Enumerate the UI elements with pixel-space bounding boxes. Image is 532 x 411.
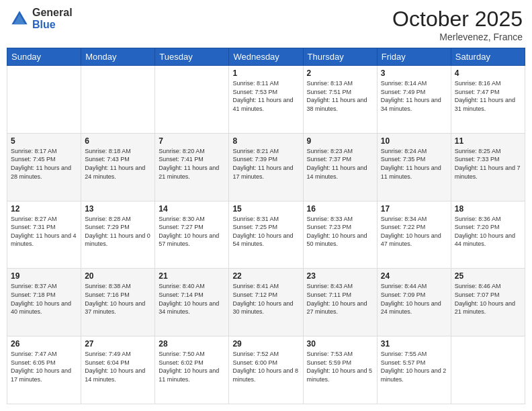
calendar-week-2: 5Sunrise: 8:17 AMSunset: 7:45 PMDaylight… bbox=[7, 133, 525, 201]
cell-info: Sunrise: 8:20 AMSunset: 7:41 PMDaylight:… bbox=[159, 148, 219, 180]
cell-info: Sunrise: 8:23 AMSunset: 7:37 PMDaylight:… bbox=[307, 148, 367, 180]
cell-date: 5 bbox=[11, 136, 77, 146]
cell-info: Sunrise: 8:14 AMSunset: 7:49 PMDaylight:… bbox=[381, 80, 441, 112]
cell-date: 19 bbox=[11, 271, 77, 281]
cell-date: 1 bbox=[232, 68, 299, 78]
cell-date: 30 bbox=[307, 339, 373, 349]
calendar-cell: 10Sunrise: 8:24 AMSunset: 7:35 PMDayligh… bbox=[377, 133, 451, 201]
calendar-cell bbox=[7, 66, 81, 134]
cell-date: 31 bbox=[381, 339, 447, 349]
logo-icon bbox=[9, 9, 30, 29]
calendar-cell: 3Sunrise: 8:14 AMSunset: 7:49 PMDaylight… bbox=[377, 66, 451, 134]
cell-date: 23 bbox=[307, 271, 373, 281]
day-header-tuesday: Tuesday bbox=[155, 48, 229, 66]
cell-date: 18 bbox=[455, 204, 521, 214]
cell-date: 26 bbox=[11, 339, 77, 349]
cell-date: 25 bbox=[455, 271, 521, 281]
cell-date: 14 bbox=[159, 204, 225, 214]
calendar-cell: 25Sunrise: 8:46 AMSunset: 7:07 PMDayligh… bbox=[451, 269, 525, 336]
cell-info: Sunrise: 8:18 AMSunset: 7:43 PMDaylight:… bbox=[85, 148, 145, 180]
cell-date: 27 bbox=[85, 339, 151, 349]
calendar-cell: 8Sunrise: 8:21 AMSunset: 7:39 PMDaylight… bbox=[229, 133, 303, 201]
cell-date: 29 bbox=[232, 339, 299, 349]
day-header-monday: Monday bbox=[81, 48, 155, 66]
cell-date: 4 bbox=[455, 68, 521, 78]
day-header-thursday: Thursday bbox=[303, 48, 377, 66]
calendar-cell bbox=[155, 66, 229, 134]
cell-date: 12 bbox=[11, 204, 77, 214]
calendar-cell: 4Sunrise: 8:16 AMSunset: 7:47 PMDaylight… bbox=[451, 66, 525, 134]
cell-info: Sunrise: 7:47 AMSunset: 6:05 PMDaylight:… bbox=[11, 351, 71, 383]
calendar-cell: 18Sunrise: 8:36 AMSunset: 7:20 PMDayligh… bbox=[451, 201, 525, 269]
cell-info: Sunrise: 8:25 AMSunset: 7:33 PMDaylight:… bbox=[455, 148, 521, 180]
calendar-cell: 7Sunrise: 8:20 AMSunset: 7:41 PMDaylight… bbox=[155, 133, 229, 201]
cell-info: Sunrise: 7:53 AMSunset: 5:59 PMDaylight:… bbox=[307, 351, 373, 383]
cell-info: Sunrise: 8:43 AMSunset: 7:11 PMDaylight:… bbox=[307, 283, 367, 315]
calendar-cell: 29Sunrise: 7:52 AMSunset: 6:00 PMDayligh… bbox=[229, 336, 303, 404]
header: General Blue October 2025 Merlevenez, Fr… bbox=[7, 7, 525, 42]
calendar-cell: 6Sunrise: 8:18 AMSunset: 7:43 PMDaylight… bbox=[81, 133, 155, 201]
calendar-cell: 17Sunrise: 8:34 AMSunset: 7:22 PMDayligh… bbox=[377, 201, 451, 269]
calendar-cell: 21Sunrise: 8:40 AMSunset: 7:14 PMDayligh… bbox=[155, 269, 229, 336]
calendar-week-1: 1Sunrise: 8:11 AMSunset: 7:53 PMDaylight… bbox=[7, 66, 525, 134]
cell-date: 13 bbox=[85, 204, 151, 214]
cell-date: 2 bbox=[307, 68, 373, 78]
calendar-cell: 19Sunrise: 8:37 AMSunset: 7:18 PMDayligh… bbox=[7, 269, 81, 336]
calendar-cell: 22Sunrise: 8:41 AMSunset: 7:12 PMDayligh… bbox=[229, 269, 303, 336]
cell-date: 21 bbox=[159, 271, 225, 281]
logo-text: General Blue bbox=[32, 7, 73, 30]
calendar-table: SundayMondayTuesdayWednesdayThursdayFrid… bbox=[7, 48, 525, 404]
cell-info: Sunrise: 8:36 AMSunset: 7:20 PMDaylight:… bbox=[455, 216, 515, 248]
page: General Blue October 2025 Merlevenez, Fr… bbox=[0, 0, 532, 411]
cell-date: 15 bbox=[232, 204, 299, 214]
cell-info: Sunrise: 8:13 AMSunset: 7:51 PMDaylight:… bbox=[307, 80, 367, 112]
cell-date: 17 bbox=[381, 204, 447, 214]
month-title: October 2025 bbox=[392, 7, 523, 32]
day-header-saturday: Saturday bbox=[451, 48, 525, 66]
calendar-cell: 24Sunrise: 8:44 AMSunset: 7:09 PMDayligh… bbox=[377, 269, 451, 336]
calendar-week-4: 19Sunrise: 8:37 AMSunset: 7:18 PMDayligh… bbox=[7, 269, 525, 336]
calendar-cell bbox=[451, 336, 525, 404]
calendar-cell: 2Sunrise: 8:13 AMSunset: 7:51 PMDaylight… bbox=[303, 66, 377, 134]
cell-info: Sunrise: 7:50 AMSunset: 6:02 PMDaylight:… bbox=[159, 351, 219, 383]
cell-date: 22 bbox=[232, 271, 299, 281]
cell-date: 7 bbox=[159, 136, 225, 146]
cell-date: 6 bbox=[85, 136, 151, 146]
logo-blue-text: Blue bbox=[32, 19, 73, 31]
calendar-cell: 16Sunrise: 8:33 AMSunset: 7:23 PMDayligh… bbox=[303, 201, 377, 269]
calendar-cell: 27Sunrise: 7:49 AMSunset: 6:04 PMDayligh… bbox=[81, 336, 155, 404]
calendar-cell: 14Sunrise: 8:30 AMSunset: 7:27 PMDayligh… bbox=[155, 201, 229, 269]
cell-date: 20 bbox=[85, 271, 151, 281]
cell-info: Sunrise: 8:17 AMSunset: 7:45 PMDaylight:… bbox=[11, 148, 71, 180]
day-header-wednesday: Wednesday bbox=[229, 48, 303, 66]
location: Merlevenez, France bbox=[392, 32, 523, 42]
day-header-friday: Friday bbox=[377, 48, 451, 66]
calendar-cell: 30Sunrise: 7:53 AMSunset: 5:59 PMDayligh… bbox=[303, 336, 377, 404]
cell-info: Sunrise: 8:33 AMSunset: 7:23 PMDaylight:… bbox=[307, 216, 367, 248]
calendar-cell: 26Sunrise: 7:47 AMSunset: 6:05 PMDayligh… bbox=[7, 336, 81, 404]
cell-info: Sunrise: 8:44 AMSunset: 7:09 PMDaylight:… bbox=[381, 283, 441, 315]
cell-info: Sunrise: 8:28 AMSunset: 7:29 PMDaylight:… bbox=[85, 216, 150, 248]
cell-date: 16 bbox=[307, 204, 373, 214]
calendar-cell: 31Sunrise: 7:55 AMSunset: 5:57 PMDayligh… bbox=[377, 336, 451, 404]
cell-info: Sunrise: 8:11 AMSunset: 7:53 PMDaylight:… bbox=[232, 80, 293, 112]
cell-info: Sunrise: 8:37 AMSunset: 7:18 PMDaylight:… bbox=[11, 283, 71, 315]
calendar-cell: 13Sunrise: 8:28 AMSunset: 7:29 PMDayligh… bbox=[81, 201, 155, 269]
cell-date: 10 bbox=[381, 136, 447, 146]
calendar-cell: 1Sunrise: 8:11 AMSunset: 7:53 PMDaylight… bbox=[229, 66, 303, 134]
cell-info: Sunrise: 8:46 AMSunset: 7:07 PMDaylight:… bbox=[455, 283, 515, 315]
cell-date: 9 bbox=[307, 136, 373, 146]
calendar-week-5: 26Sunrise: 7:47 AMSunset: 6:05 PMDayligh… bbox=[7, 336, 525, 404]
calendar-cell: 12Sunrise: 8:27 AMSunset: 7:31 PMDayligh… bbox=[7, 201, 81, 269]
cell-date: 3 bbox=[381, 68, 447, 78]
calendar-cell: 11Sunrise: 8:25 AMSunset: 7:33 PMDayligh… bbox=[451, 133, 525, 201]
logo: General Blue bbox=[9, 7, 73, 30]
title-block: October 2025 Merlevenez, France bbox=[392, 7, 523, 42]
calendar-week-3: 12Sunrise: 8:27 AMSunset: 7:31 PMDayligh… bbox=[7, 201, 525, 269]
cell-info: Sunrise: 8:24 AMSunset: 7:35 PMDaylight:… bbox=[381, 148, 441, 180]
calendar-cell: 9Sunrise: 8:23 AMSunset: 7:37 PMDaylight… bbox=[303, 133, 377, 201]
cell-info: Sunrise: 8:41 AMSunset: 7:12 PMDaylight:… bbox=[232, 283, 293, 315]
calendar-cell: 5Sunrise: 8:17 AMSunset: 7:45 PMDaylight… bbox=[7, 133, 81, 201]
logo-general-text: General bbox=[32, 7, 73, 19]
cell-info: Sunrise: 7:52 AMSunset: 6:00 PMDaylight:… bbox=[232, 351, 298, 383]
